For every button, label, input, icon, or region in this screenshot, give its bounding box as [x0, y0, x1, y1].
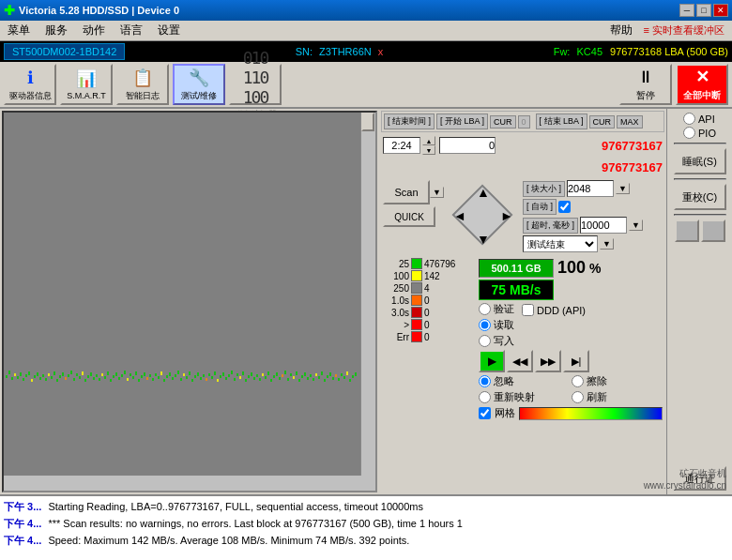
step-fwd-button[interactable]: ▶| [563, 350, 589, 372]
cur-header: CUR [490, 115, 516, 129]
svg-rect-92 [262, 373, 264, 376]
scroll-thumb[interactable] [361, 113, 374, 131]
auto-checkbox[interactable] [558, 201, 571, 213]
time-up-button[interactable]: ▲ [422, 136, 435, 145]
end-mode-dropdown[interactable]: ▼ [600, 238, 614, 250]
nav-left-button[interactable]: ◄ [450, 205, 470, 226]
log-time-1: 下午 3... [4, 501, 41, 512]
svg-rect-36 [104, 376, 106, 379]
menu-item-menu[interactable]: 菜单 [0, 21, 38, 40]
realtime-label[interactable]: ≡ 实时查看缓冲区 [644, 23, 724, 38]
timeout-dropdown-button[interactable]: ▼ [629, 219, 643, 231]
svg-rect-74 [211, 376, 213, 379]
time-down-button[interactable]: ▼ [422, 145, 435, 155]
svg-rect-2 [8, 371, 10, 374]
end-mode-select[interactable]: 测试结束 [523, 235, 598, 252]
stat-label-100: 100 [383, 271, 409, 281]
read-label: 读取 [494, 318, 514, 332]
svg-rect-116 [329, 372, 331, 376]
graph-scrollbar-v[interactable] [360, 113, 375, 476]
sleep-button[interactable]: 睡眠(S) [674, 148, 726, 174]
net-checkbox[interactable] [479, 407, 491, 419]
smart-icon: 📊 [76, 68, 97, 89]
nav-up-button[interactable]: ▲ [473, 182, 494, 203]
read-radio[interactable] [479, 319, 491, 331]
stat-row-250: 250 4 [383, 282, 471, 294]
app-icon: ✚ [4, 3, 15, 18]
maximize-button[interactable]: □ [696, 4, 711, 17]
graph-svg [4, 113, 360, 476]
svg-rect-32 [93, 377, 95, 380]
svg-rect-76 [217, 379, 219, 382]
quick-button[interactable]: QUICK [383, 206, 435, 227]
log-button[interactable]: 📋 智能日志 [116, 64, 169, 105]
remap-radio[interactable] [479, 391, 491, 403]
svg-rect-6 [20, 372, 22, 376]
stop-button[interactable]: ✕ 全部中断 [676, 64, 728, 105]
auto-label: [ 自动 ] [523, 199, 557, 215]
svg-rect-81 [231, 371, 233, 374]
end-mode-row: 测试结束 ▼ [523, 235, 663, 252]
menu-item-action[interactable]: 动作 [75, 21, 113, 40]
close-drive-button[interactable]: x [378, 46, 384, 57]
scan-btn-wrapper: Scan ▼ [383, 180, 444, 204]
svg-rect-80 [228, 374, 230, 377]
nav-down-button[interactable]: ▼ [473, 229, 494, 250]
svg-rect-42 [121, 374, 123, 377]
stat-row-25: 25 476796 [383, 258, 471, 269]
scan-dropdown-button[interactable]: ▼ [430, 187, 444, 198]
menu-item-language[interactable]: 语言 [113, 21, 150, 40]
ddd-label: DDD (API) [537, 305, 586, 316]
write-radio[interactable] [479, 335, 491, 347]
ddd-checkbox[interactable] [522, 304, 534, 316]
close-button[interactable]: ✕ [713, 4, 728, 17]
window-controls: ─ □ ✕ [679, 4, 728, 17]
svg-rect-115 [327, 375, 328, 378]
svg-rect-108 [307, 377, 309, 380]
refresh-radio[interactable] [572, 391, 584, 403]
verify-radio[interactable] [479, 303, 491, 315]
start-lba-input[interactable] [439, 137, 496, 154]
size-dropdown-button[interactable]: ▼ [616, 183, 630, 194]
drive-fw: Fw: KC45 [554, 46, 602, 57]
disk-editor-button[interactable]: 010110100 磁盘编辑器 [229, 64, 282, 105]
menu-item-help[interactable]: 帮助 [602, 21, 640, 40]
rewind-button[interactable]: ◀◀ [507, 350, 533, 372]
stat-count-3s: 0 [424, 308, 471, 318]
forward-button[interactable]: ▶▶ [535, 350, 561, 372]
svg-rect-119 [338, 378, 340, 381]
reset-button[interactable]: 重校(C) [674, 184, 726, 210]
play-button[interactable]: ▶ [479, 350, 505, 372]
nav-right-button[interactable]: ► [496, 205, 517, 226]
erase-option: 擦除 [572, 374, 663, 388]
speed-display: 75 MB/s [479, 280, 554, 300]
smart-button[interactable]: 📊 S.M.A.R.T [60, 64, 113, 105]
svg-rect-16 [48, 373, 50, 376]
graph-canvas[interactable] [4, 113, 360, 476]
pio-radio[interactable] [683, 127, 695, 139]
timeout-input[interactable] [580, 217, 627, 234]
svg-rect-56 [160, 371, 162, 375]
pio-option: PIO [683, 127, 716, 139]
menu-item-service[interactable]: 服务 [38, 21, 75, 40]
graph-area [2, 111, 377, 492]
drive-model-tab[interactable]: ST500DM002-1BD142 [4, 43, 125, 60]
pause-button[interactable]: ⏸ 暂停 [619, 64, 672, 105]
svg-rect-13 [39, 377, 41, 380]
svg-rect-72 [206, 378, 207, 381]
svg-rect-97 [276, 372, 278, 376]
svg-rect-57 [163, 379, 165, 382]
svg-rect-22 [65, 377, 67, 380]
test-button[interactable]: 🔧 测试/维修 [173, 64, 225, 105]
ignore-radio[interactable] [479, 375, 491, 387]
erase-radio[interactable] [572, 375, 584, 387]
drive-info-button[interactable]: ℹ 驱动器信息 [4, 64, 56, 105]
size-input[interactable] [567, 180, 614, 197]
lba-end-display: 976773167 [602, 160, 663, 174]
end-time-input[interactable] [383, 137, 420, 154]
menu-item-settings[interactable]: 设置 [150, 21, 188, 40]
stat-row-gt: > 0 [383, 319, 471, 330]
api-radio[interactable] [683, 113, 695, 125]
minimize-button[interactable]: ─ [679, 4, 694, 17]
scan-button[interactable]: Scan [383, 180, 430, 204]
